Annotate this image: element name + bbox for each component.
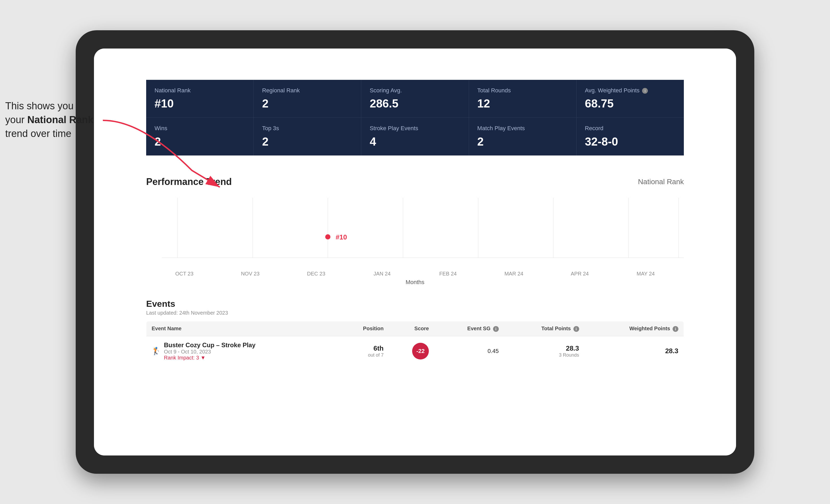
event-score-badge: -22 [412, 343, 429, 360]
event-icon: 🏌 [152, 347, 161, 355]
avg-weighted-info-icon[interactable]: i [642, 88, 648, 94]
stat-avg-weighted: Avg. Weighted Points i 68.75 [577, 80, 684, 117]
rank-impact-arrow: ▼ [200, 355, 206, 361]
stat-record-label: Record [585, 125, 675, 132]
events-table-header-row: Event Name Position Score Event SG i Tot… [147, 321, 684, 336]
chart-area: #10 [146, 195, 684, 268]
tablet-frame: National Rank #10 Regional Rank 2 Scorin… [76, 30, 754, 474]
chart-x-label-may24: MAY 24 [613, 271, 679, 277]
stat-record-value: 32-8-0 [585, 135, 675, 148]
event-name-cell: 🏌 Buster Cozy Cup – Stroke Play Oct 9 - … [147, 336, 337, 366]
col-weighted-points: Weighted Points i [584, 321, 684, 336]
chart-x-label-apr24: APR 24 [547, 271, 613, 277]
stat-stroke-play: Stroke Play Events 4 [361, 117, 469, 155]
event-name-main: Buster Cozy Cup – Stroke Play [164, 341, 256, 349]
table-row: 🏌 Buster Cozy Cup – Stroke Play Oct 9 - … [147, 336, 684, 366]
col-total-points: Total Points i [504, 321, 584, 336]
event-name-details: Buster Cozy Cup – Stroke Play Oct 9 - Oc… [164, 341, 256, 361]
stat-regional-rank-value: 2 [262, 97, 353, 110]
content-area: National Rank #10 Regional Rank 2 Scorin… [94, 48, 736, 456]
annotation-line2: your [5, 114, 27, 125]
stat-match-play-value: 2 [477, 135, 568, 148]
annotation-line3: trend over time [5, 128, 71, 139]
event-position-sub: out of 7 [342, 352, 383, 358]
stat-avg-weighted-value: 68.75 [585, 97, 675, 110]
col-event-sg: Event SG i [434, 321, 504, 336]
annotation-line1: This shows you [5, 100, 74, 111]
chart-x-label-mar24: MAR 24 [481, 271, 547, 277]
event-sg-cell: 0.45 [434, 336, 504, 366]
stat-regional-rank: Regional Rank 2 [254, 80, 361, 117]
event-position-value: 6th [342, 344, 383, 352]
weighted-points-info-icon[interactable]: i [673, 326, 678, 332]
stat-top3s-label: Top 3s [262, 125, 353, 132]
event-total-points-cell: 28.3 3 Rounds [504, 336, 584, 366]
events-table: Event Name Position Score Event SG i Tot… [146, 321, 684, 366]
chart-svg: #10 [146, 195, 684, 268]
event-weighted-value: 28.3 [665, 347, 678, 355]
chart-x-axis-title: Months [146, 279, 684, 285]
events-title: Events [146, 299, 684, 309]
stat-scoring-avg: Scoring Avg. 286.5 [361, 80, 469, 117]
stat-record: Record 32-8-0 [577, 117, 684, 155]
event-name-content: 🏌 Buster Cozy Cup – Stroke Play Oct 9 - … [152, 341, 332, 361]
svg-text:#10: #10 [336, 233, 347, 241]
stat-scoring-avg-label: Scoring Avg. [370, 87, 460, 94]
stat-match-play-label: Match Play Events [477, 125, 568, 132]
chart-x-label-dec23: DEC 23 [283, 271, 349, 277]
event-total-points-sub: 3 Rounds [509, 352, 579, 358]
event-total-points-value: 28.3 [509, 344, 579, 352]
tablet-screen: National Rank #10 Regional Rank 2 Scorin… [94, 48, 736, 456]
stat-regional-rank-label: Regional Rank [262, 87, 353, 94]
chart-data-point [325, 234, 330, 239]
event-rank-impact: Rank Impact: 3 ▼ [164, 355, 256, 361]
event-date: Oct 9 - Oct 10, 2023 [164, 349, 256, 355]
event-sg-info-icon[interactable]: i [493, 326, 499, 332]
stat-national-rank-value: #10 [155, 97, 245, 110]
chart-x-label-oct23: OCT 23 [151, 271, 217, 277]
stat-top3s: Top 3s 2 [254, 117, 361, 155]
col-score: Score [389, 321, 434, 336]
chart-x-label-jan24: JAN 24 [349, 271, 415, 277]
events-section: Events Last updated: 24th November 2023 … [146, 299, 684, 366]
stat-total-rounds: Total Rounds 12 [469, 80, 577, 117]
stat-stroke-play-label: Stroke Play Events [370, 125, 460, 132]
chart-x-label-feb24: FEB 24 [415, 271, 481, 277]
stat-match-play: Match Play Events 2 [469, 117, 577, 155]
event-score-cell: -22 [389, 336, 434, 366]
stat-total-rounds-label: Total Rounds [477, 87, 568, 94]
annotation-arrow [78, 115, 261, 198]
chart-x-labels: OCT 23 NOV 23 DEC 23 JAN 24 FEB 24 MAR 2… [146, 271, 684, 277]
stat-national-rank: National Rank #10 [146, 80, 254, 117]
performance-subtitle: National Rank [638, 178, 684, 186]
stats-row-1: National Rank #10 Regional Rank 2 Scorin… [146, 80, 684, 117]
chart-x-label-nov23: NOV 23 [217, 271, 283, 277]
stat-scoring-avg-value: 286.5 [370, 97, 460, 110]
col-position: Position [337, 321, 389, 336]
stat-stroke-play-value: 4 [370, 135, 460, 148]
page-wrapper: This shows you your National Rank trend … [0, 0, 830, 504]
event-position-cell: 6th out of 7 [337, 336, 389, 366]
col-event-name: Event Name [147, 321, 337, 336]
stat-total-rounds-value: 12 [477, 97, 568, 110]
events-last-updated: Last updated: 24th November 2023 [146, 310, 684, 316]
stat-national-rank-label: National Rank [155, 87, 245, 94]
total-points-info-icon[interactable]: i [573, 326, 579, 332]
stat-top3s-value: 2 [262, 135, 353, 148]
event-weighted-points-cell: 28.3 [584, 336, 684, 366]
stat-avg-weighted-label: Avg. Weighted Points i [585, 87, 675, 94]
